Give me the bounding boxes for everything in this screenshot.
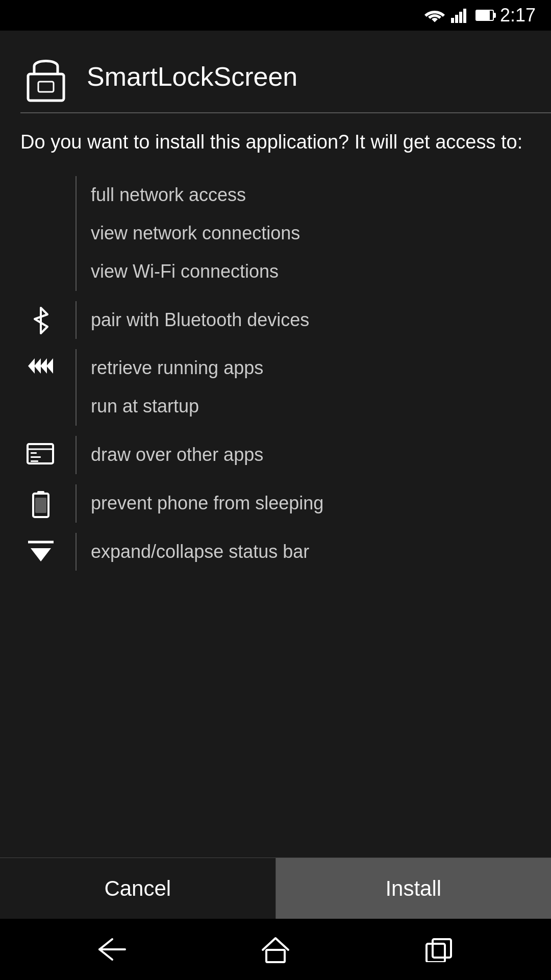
network-items: full network access view network connect…	[91, 176, 531, 290]
install-button[interactable]: Install	[276, 858, 552, 919]
home-button[interactable]	[250, 934, 301, 965]
power-group: prevent phone from sleeping	[0, 479, 551, 528]
app-header: SmartLockScreen	[0, 31, 551, 112]
action-buttons: Cancel Install	[0, 857, 551, 919]
overlay-icon	[26, 440, 56, 468]
permission-startup: run at startup	[91, 387, 531, 426]
bluetooth-icon-col	[20, 301, 61, 336]
wifi-icon	[424, 8, 445, 23]
power-items: prevent phone from sleeping	[91, 484, 531, 523]
apps-bar	[76, 349, 77, 426]
overlay-group: draw over other apps	[0, 431, 551, 479]
svg-rect-1	[455, 15, 458, 23]
power-icon	[29, 488, 53, 519]
apps-icon-col	[20, 349, 61, 379]
back-icon	[97, 937, 128, 962]
permission-bluetooth: pair with Bluetooth devices	[91, 301, 531, 339]
status-time: 2:17	[500, 5, 536, 26]
app-icon	[20, 51, 71, 102]
permission-view-wifi: view Wi-Fi connections	[91, 253, 531, 291]
back-button[interactable]	[87, 934, 138, 965]
statusbar-bar	[76, 533, 77, 571]
svg-rect-14	[31, 460, 38, 462]
nav-bar	[0, 919, 551, 980]
bluetooth-bar	[76, 301, 77, 339]
statusbar-group: expand/collapse status bar	[0, 528, 551, 576]
svg-rect-0	[451, 18, 454, 23]
power-icon-col	[20, 484, 61, 519]
overlay-bar	[76, 436, 77, 474]
permission-overlay: draw over other apps	[91, 436, 531, 474]
svg-marker-7	[34, 358, 41, 374]
power-bar	[76, 484, 77, 523]
battery-icon	[475, 10, 494, 21]
svg-rect-17	[35, 498, 46, 513]
network-group: full network access view network connect…	[0, 171, 551, 296]
svg-rect-23	[427, 944, 445, 962]
svg-marker-6	[28, 358, 35, 374]
permission-full-network: full network access	[91, 176, 531, 214]
svg-rect-13	[31, 456, 41, 458]
svg-rect-21	[266, 950, 285, 962]
statusbar-icon-col	[20, 533, 61, 562]
signal-icon	[451, 8, 469, 23]
status-icons: 2:17	[424, 5, 536, 26]
svg-rect-2	[459, 12, 462, 23]
recents-button[interactable]	[413, 934, 464, 965]
install-question: Do you want to install this application?…	[0, 113, 551, 166]
svg-rect-22	[433, 939, 451, 958]
bluetooth-icon	[28, 305, 54, 336]
bluetooth-items: pair with Bluetooth devices	[91, 301, 531, 339]
svg-rect-16	[37, 491, 44, 495]
svg-rect-12	[31, 452, 37, 454]
overlay-icon-col	[20, 436, 61, 468]
lock-icon	[23, 51, 69, 102]
network-bar	[76, 176, 77, 290]
statusbar-icon	[26, 537, 56, 562]
bluetooth-group: pair with Bluetooth devices	[0, 296, 551, 345]
apps-group: retrieve running apps run at startup	[0, 344, 551, 431]
svg-rect-4	[28, 74, 64, 101]
network-icon-placeholder	[20, 176, 61, 180]
permission-prevent-sleep: prevent phone from sleeping	[91, 484, 531, 523]
apps-icon	[26, 353, 56, 379]
svg-marker-19	[31, 548, 51, 561]
permission-retrieve-apps: retrieve running apps	[91, 349, 531, 387]
svg-rect-5	[38, 82, 54, 92]
cancel-button[interactable]: Cancel	[0, 858, 276, 919]
overlay-items: draw over other apps	[91, 436, 531, 474]
svg-marker-9	[46, 358, 53, 374]
status-bar: 2:17	[0, 0, 551, 31]
recents-icon	[423, 937, 454, 962]
svg-rect-3	[463, 9, 466, 23]
apps-items: retrieve running apps run at startup	[91, 349, 531, 426]
permission-view-connections: view network connections	[91, 214, 531, 253]
home-icon	[260, 936, 291, 964]
permission-statusbar: expand/collapse status bar	[91, 533, 531, 571]
permissions-list: full network access view network connect…	[0, 166, 551, 857]
svg-marker-8	[40, 358, 47, 374]
statusbar-items: expand/collapse status bar	[91, 533, 531, 571]
app-title: SmartLockScreen	[87, 61, 297, 92]
